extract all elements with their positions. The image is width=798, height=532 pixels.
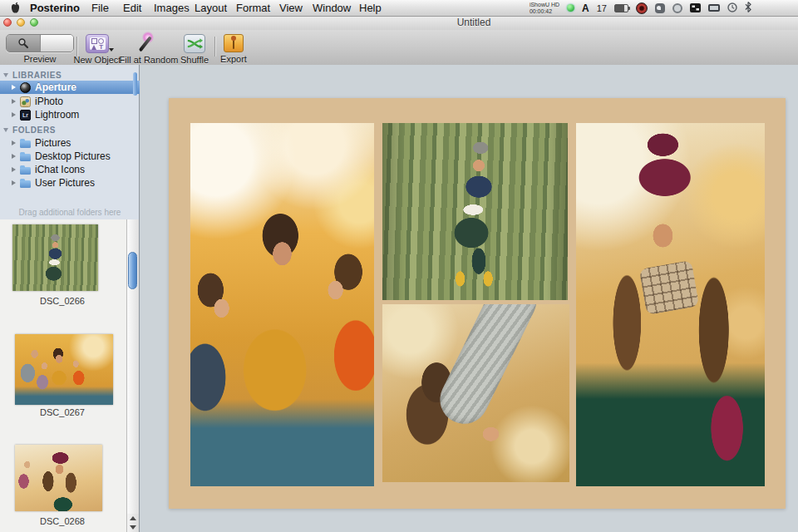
plaid-scarf-shape xyxy=(639,260,700,315)
libraries-header[interactable]: LIBRARIES xyxy=(0,68,143,81)
down-arrow-icon xyxy=(130,525,136,530)
menu-edit[interactable]: Edit xyxy=(123,0,141,16)
folder-icon xyxy=(20,180,31,188)
close-button[interactable] xyxy=(3,18,12,27)
text-glyph: T xyxy=(99,44,103,50)
shuffle-icon xyxy=(184,34,205,53)
thumbnail-name: DSC_0268 xyxy=(0,516,125,526)
scroll-up-button[interactable] xyxy=(126,514,139,523)
disclosure-right-icon[interactable] xyxy=(12,167,16,172)
menu-bar: Posterino File Edit Images Layout Format… xyxy=(0,0,798,17)
export-button[interactable]: Export xyxy=(214,34,253,64)
magic-wand-icon xyxy=(137,34,160,53)
thumbnail-dsc-0266[interactable] xyxy=(12,224,98,291)
lightroom-icon: Lr xyxy=(20,110,31,121)
sidebar-item-ichat-icons[interactable]: iChat Icons xyxy=(0,163,140,176)
preview-control: Preview xyxy=(7,34,73,64)
disclosure-down-icon[interactable] xyxy=(3,128,8,132)
ishowu-recorder-status[interactable]: iShowU HD 00:00:42 xyxy=(530,2,559,14)
menu-status-area: iShowU HD 00:00:42 A 17 xyxy=(530,0,751,16)
zoom-button[interactable] xyxy=(30,18,38,27)
up-arrow-icon xyxy=(130,516,136,520)
minimize-button[interactable] xyxy=(17,18,25,27)
collage-photo-family-left[interactable] xyxy=(190,123,374,486)
shuffle-label: Shuffle xyxy=(180,55,209,65)
disclosure-down-icon[interactable] xyxy=(3,73,8,77)
export-label: Export xyxy=(220,54,247,64)
collage-photo-girl-beanie-right[interactable] xyxy=(576,123,765,486)
preview-toggle-off-segment[interactable] xyxy=(40,35,73,52)
folder-label: Desktop Pictures xyxy=(35,150,111,162)
menu-format[interactable]: Format xyxy=(236,0,270,16)
disclosure-right-icon[interactable] xyxy=(12,99,16,104)
collage-photo-cornfield-top[interactable] xyxy=(382,123,568,300)
disclosure-right-icon[interactable] xyxy=(12,140,16,145)
sidebar-item-desktop-pictures[interactable]: Desktop Pictures xyxy=(0,150,140,163)
menu-window[interactable]: Window xyxy=(313,0,351,16)
time-machine-icon[interactable] xyxy=(727,1,737,16)
folder-label: Pictures xyxy=(35,137,71,149)
thumbnail-dsc-0268[interactable] xyxy=(15,445,102,511)
menu-posterino[interactable]: Posterino xyxy=(30,0,80,16)
sidebar-item-iphoto[interactable]: iPhoto xyxy=(0,95,140,108)
sidebar-item-lightroom[interactable]: Lr Lightroom xyxy=(0,108,140,121)
display-icon[interactable] xyxy=(708,4,720,12)
preview-toggle[interactable] xyxy=(6,34,74,52)
battery-icon[interactable] xyxy=(614,4,628,12)
source-list-scroll-thumb[interactable] xyxy=(133,72,137,96)
menu-file[interactable]: File xyxy=(91,0,109,16)
sidebar-item-user-pictures[interactable]: User Pictures xyxy=(0,176,140,190)
disclosure-right-icon[interactable] xyxy=(12,85,16,90)
sidebar-item-pictures[interactable]: Pictures xyxy=(0,136,140,150)
aperture-icon xyxy=(20,82,31,93)
iphoto-icon xyxy=(20,96,31,107)
knit-sleeve-shape xyxy=(432,304,544,431)
magnifier-icon xyxy=(7,35,40,52)
poster-canvas[interactable] xyxy=(169,98,786,509)
expose-grid-icon[interactable] xyxy=(690,1,701,16)
record-target-icon[interactable] xyxy=(636,2,648,14)
library-label: iPhoto xyxy=(35,96,63,107)
sidebar-source-list: LIBRARIES Aperture iPhoto Lr Lightroom F… xyxy=(0,65,140,219)
green-status-icon[interactable] xyxy=(567,4,574,12)
folder-label: iChat Icons xyxy=(35,164,85,175)
folders-header[interactable]: FOLDERS xyxy=(0,123,143,136)
app-a-icon[interactable]: A xyxy=(582,2,589,14)
thumbnail-dsc-0267[interactable] xyxy=(15,334,113,405)
apple-menu-icon[interactable] xyxy=(10,2,21,17)
library-label: Lightroom xyxy=(35,109,79,121)
ishowu-name: iShowU HD xyxy=(530,2,559,8)
thumbnail-scrollbar-thumb[interactable] xyxy=(128,252,137,289)
sidebar-item-aperture[interactable]: Aperture xyxy=(0,81,140,94)
fill-at-random-label: Fill at Random xyxy=(120,55,179,65)
library-label: Aperture xyxy=(35,81,76,93)
evernote-icon[interactable] xyxy=(655,3,665,13)
collage-photo-holding-hands[interactable] xyxy=(382,304,569,482)
bluetooth-icon[interactable] xyxy=(745,1,751,16)
toolbar: Preview T New Object Fill at Random xyxy=(0,30,798,66)
folders-header-label: FOLDERS xyxy=(12,126,56,135)
preview-label: Preview xyxy=(23,54,56,64)
scroll-down-button[interactable] xyxy=(126,523,139,532)
thumbnail-browser: DSC_0266 DSC_0267 DSC_0268 xyxy=(0,219,140,532)
disclosure-right-icon[interactable] xyxy=(12,180,16,185)
shuffle-button[interactable]: Shuffle xyxy=(178,34,211,65)
workspace xyxy=(140,65,798,532)
new-object-button[interactable]: T New Object xyxy=(71,34,123,65)
menu-layout[interactable]: Layout xyxy=(195,0,227,16)
thumbnail-name: DSC_0267 xyxy=(0,407,125,417)
disclosure-right-icon[interactable] xyxy=(12,154,16,159)
menu-count-badge: 17 xyxy=(597,3,607,13)
window-title-bar[interactable]: Untitled xyxy=(0,16,798,30)
menu-help[interactable]: Help xyxy=(359,0,382,16)
menu-view[interactable]: View xyxy=(279,0,303,16)
folder-icon xyxy=(20,167,31,175)
fill-at-random-button[interactable]: Fill at Random xyxy=(121,34,176,65)
libraries-header-label: LIBRARIES xyxy=(12,71,62,80)
folder-icon xyxy=(20,154,31,161)
disclosure-right-icon[interactable] xyxy=(12,112,16,117)
alert-circle-icon[interactable] xyxy=(672,3,682,13)
menu-images[interactable]: Images xyxy=(154,0,190,16)
window-title: Untitled xyxy=(407,16,540,30)
thumbnail-name: DSC_0266 xyxy=(0,296,125,306)
